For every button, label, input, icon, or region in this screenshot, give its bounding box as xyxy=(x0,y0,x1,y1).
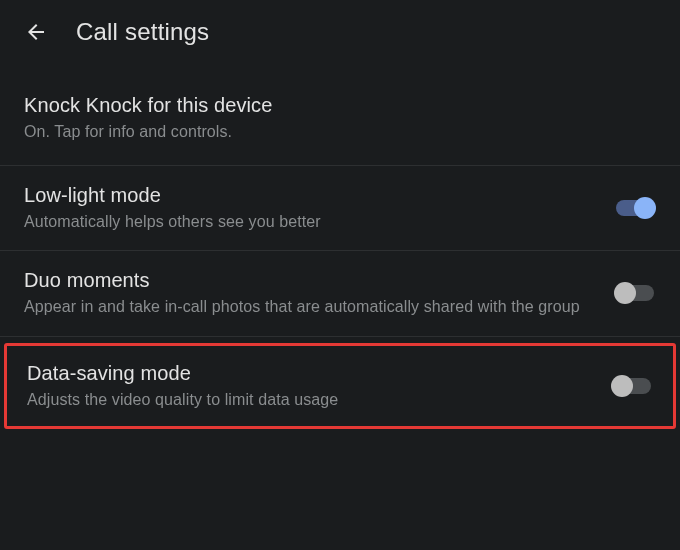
toggle-thumb xyxy=(611,375,633,397)
page-title: Call settings xyxy=(76,18,209,46)
header: Call settings xyxy=(0,0,680,66)
toggle-low-light[interactable] xyxy=(614,197,656,219)
setting-title: Knock Knock for this device xyxy=(24,94,636,117)
setting-title: Low-light mode xyxy=(24,184,594,207)
toggle-thumb xyxy=(634,197,656,219)
setting-title: Duo moments xyxy=(24,269,594,292)
toggle-data-saving[interactable] xyxy=(611,375,653,397)
back-button[interactable] xyxy=(24,20,48,44)
setting-title: Data-saving mode xyxy=(27,362,591,385)
setting-subtitle: Adjusts the video quality to limit data … xyxy=(27,389,591,411)
setting-duo-moments[interactable]: Duo moments Appear in and take in-call p… xyxy=(0,251,680,337)
setting-text-block: Data-saving mode Adjusts the video quali… xyxy=(27,362,611,411)
setting-low-light[interactable]: Low-light mode Automatically helps other… xyxy=(0,166,680,252)
toggle-thumb xyxy=(614,282,636,304)
setting-subtitle: Appear in and take in-call photos that a… xyxy=(24,296,594,318)
setting-knock-knock[interactable]: Knock Knock for this device On. Tap for … xyxy=(0,66,680,166)
settings-list: Knock Knock for this device On. Tap for … xyxy=(0,66,680,429)
setting-text-block: Duo moments Appear in and take in-call p… xyxy=(24,269,614,318)
arrow-left-icon xyxy=(24,20,48,44)
setting-text-block: Knock Knock for this device On. Tap for … xyxy=(24,94,656,143)
toggle-duo-moments[interactable] xyxy=(614,282,656,304)
setting-data-saving[interactable]: Data-saving mode Adjusts the video quali… xyxy=(4,343,676,430)
setting-subtitle: Automatically helps others see you bette… xyxy=(24,211,594,233)
setting-subtitle: On. Tap for info and controls. xyxy=(24,121,636,143)
setting-text-block: Low-light mode Automatically helps other… xyxy=(24,184,614,233)
